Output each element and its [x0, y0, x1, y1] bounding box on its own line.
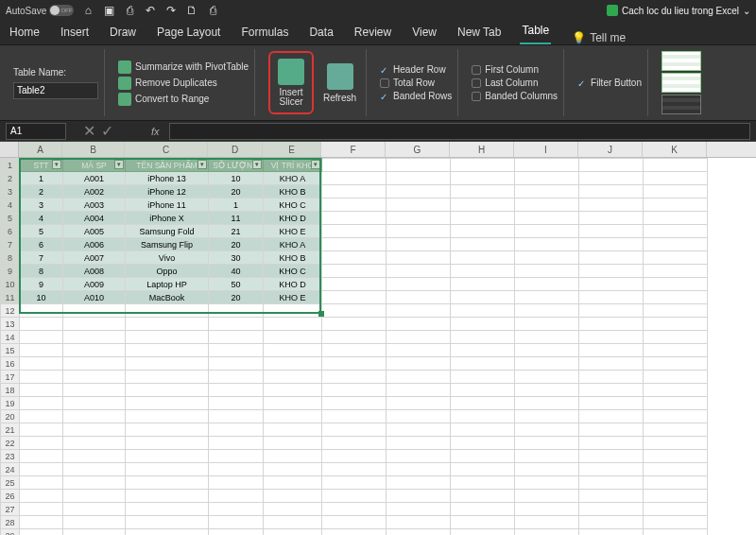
cell[interactable] — [63, 331, 126, 344]
cell[interactable] — [451, 397, 515, 410]
tab-draw[interactable]: Draw — [108, 22, 138, 44]
cell[interactable] — [322, 172, 387, 185]
col-header-C[interactable]: C — [125, 142, 208, 157]
cell[interactable] — [579, 371, 644, 384]
cell[interactable] — [209, 397, 264, 410]
cell[interactable] — [209, 318, 264, 331]
cell[interactable] — [322, 490, 387, 503]
tab-review[interactable]: Review — [352, 22, 393, 44]
cell[interactable] — [209, 423, 264, 437]
cell[interactable] — [322, 463, 387, 476]
table-cell[interactable]: Samsung Flip — [126, 238, 209, 251]
table-cell[interactable]: A004 — [63, 212, 126, 225]
row-header[interactable]: 2 — [1, 172, 20, 185]
cell[interactable] — [322, 185, 387, 198]
cell[interactable] — [515, 331, 579, 344]
table-name-input[interactable] — [13, 82, 98, 99]
table-cell[interactable]: KHO E — [264, 225, 322, 238]
cell[interactable] — [63, 476, 126, 490]
row-header[interactable]: 18 — [1, 384, 20, 397]
cell[interactable] — [644, 344, 708, 357]
cell[interactable] — [644, 265, 708, 278]
table-cell[interactable]: A001 — [63, 172, 126, 185]
tab-new-tab[interactable]: New Tab — [455, 22, 503, 44]
cell[interactable] — [264, 371, 322, 384]
cell[interactable] — [515, 159, 579, 172]
cell[interactable] — [209, 437, 264, 450]
enter-icon[interactable]: ✓ — [101, 122, 113, 140]
cell[interactable] — [451, 437, 515, 450]
cell[interactable] — [451, 238, 515, 251]
table-cell[interactable]: 8 — [20, 265, 63, 278]
tab-view[interactable]: View — [410, 22, 438, 44]
cell[interactable] — [387, 159, 451, 172]
cell[interactable] — [126, 450, 209, 463]
cell[interactable] — [387, 304, 451, 318]
cell[interactable] — [322, 212, 387, 225]
row-header[interactable]: 9 — [1, 265, 20, 278]
cell[interactable] — [63, 516, 126, 529]
cell[interactable] — [451, 198, 515, 212]
cell[interactable] — [20, 503, 63, 516]
cell[interactable] — [579, 318, 644, 331]
table-cell[interactable]: A002 — [63, 185, 126, 198]
cell[interactable] — [579, 410, 644, 423]
table-style-thumb[interactable] — [662, 73, 701, 93]
table-cell[interactable]: iPhone 13 — [126, 172, 209, 185]
cell[interactable] — [387, 450, 451, 463]
cell[interactable] — [644, 529, 708, 536]
cell[interactable] — [579, 159, 644, 172]
table-cell[interactable]: 10 — [209, 172, 264, 185]
cell[interactable] — [644, 476, 708, 490]
cell[interactable] — [20, 516, 63, 529]
banded-columns-checkbox[interactable]: Banded Columns — [472, 91, 558, 101]
table-cell[interactable]: 11 — [209, 212, 264, 225]
cell[interactable] — [515, 278, 579, 291]
cell[interactable] — [515, 225, 579, 238]
table-cell[interactable]: 3 — [20, 198, 63, 212]
filter-dropdown-icon[interactable]: ▾ — [114, 160, 124, 169]
cell[interactable] — [644, 516, 708, 529]
tell-me-search[interactable]: 💡 Tell me — [572, 31, 626, 44]
table-header-cell[interactable]: MÃ SP▾ — [63, 159, 126, 172]
cell[interactable] — [515, 291, 579, 304]
table-cell[interactable]: Samsung Fold — [126, 225, 209, 238]
table-cell[interactable]: A007 — [63, 251, 126, 265]
table-cell[interactable]: 5 — [20, 225, 63, 238]
cell[interactable] — [644, 490, 708, 503]
cell[interactable] — [387, 463, 451, 476]
row-header[interactable]: 16 — [1, 357, 20, 371]
cell[interactable] — [387, 318, 451, 331]
cell[interactable] — [209, 529, 264, 536]
table-cell[interactable]: A003 — [63, 198, 126, 212]
cell[interactable] — [322, 437, 387, 450]
cell[interactable] — [20, 397, 63, 410]
cell[interactable] — [644, 198, 708, 212]
table-cell[interactable]: 2 — [20, 185, 63, 198]
cell[interactable] — [322, 331, 387, 344]
cell[interactable] — [63, 371, 126, 384]
new-file-icon[interactable]: 🗋 — [185, 4, 198, 17]
table-cell[interactable]: 6 — [20, 238, 63, 251]
row-header[interactable]: 7 — [1, 238, 20, 251]
cell[interactable] — [515, 304, 579, 318]
cell[interactable] — [322, 476, 387, 490]
cell[interactable] — [579, 198, 644, 212]
table-cell[interactable]: KHO D — [264, 212, 322, 225]
summarize-pivot-button[interactable]: Summarize with PivotTable — [118, 60, 249, 74]
cell[interactable] — [451, 344, 515, 357]
cell[interactable] — [20, 410, 63, 423]
worksheet[interactable]: ABCDEFGHIJK1STT▾MÃ SP▾TÊN SẢN PHẨM▾SỐ LƯ… — [0, 142, 756, 535]
tab-home[interactable]: Home — [8, 22, 42, 44]
cell[interactable] — [515, 371, 579, 384]
cell[interactable] — [20, 476, 63, 490]
cell[interactable] — [644, 371, 708, 384]
cell[interactable] — [451, 357, 515, 371]
cell[interactable] — [126, 410, 209, 423]
cell[interactable] — [387, 371, 451, 384]
cell[interactable] — [387, 516, 451, 529]
cell[interactable] — [644, 384, 708, 397]
row-header[interactable]: 11 — [1, 291, 20, 304]
table-cell[interactable]: Vivo — [126, 251, 209, 265]
table-cell[interactable]: A010 — [63, 291, 126, 304]
